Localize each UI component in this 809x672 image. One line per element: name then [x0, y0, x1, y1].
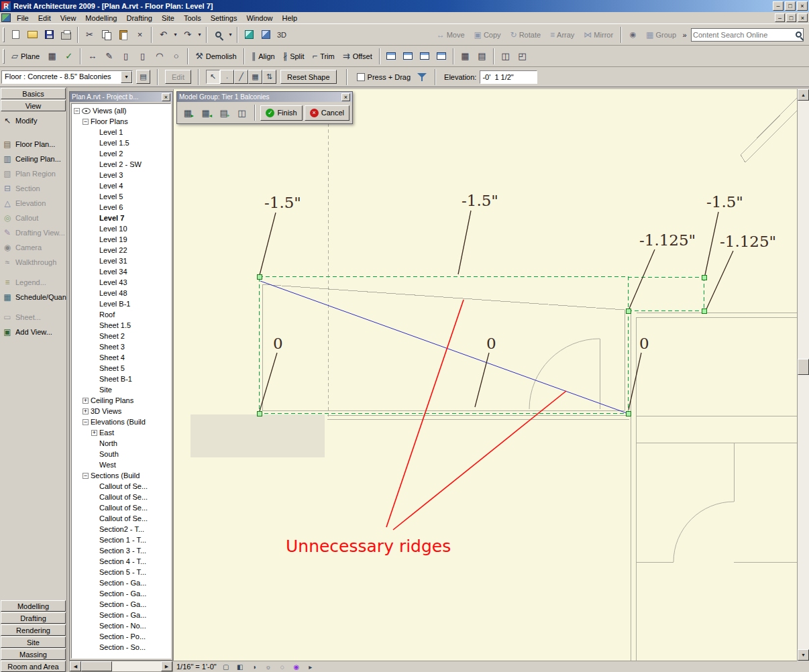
sidebar-item-sheet[interactable]: ▭Sheet...: [3, 310, 66, 325]
close-icon[interactable]: ×: [341, 93, 350, 101]
sidebar-item-camera[interactable]: ◉Camera: [3, 240, 66, 255]
expand-icon[interactable]: +: [91, 430, 97, 436]
sidebar-item-drafting-view[interactable]: ✎Drafting View...: [3, 225, 66, 240]
tree-item[interactable]: Level 3: [72, 170, 170, 180]
tree-item[interactable]: Sheet 2: [72, 331, 170, 341]
tree-item[interactable]: Level 22: [72, 245, 170, 256]
expand-icon[interactable]: +: [83, 408, 89, 414]
column-button[interactable]: ▯: [117, 48, 134, 64]
menu-item[interactable]: Settings: [206, 13, 242, 23]
model-group-titlebar[interactable]: Model Group: Tier 1 Balconies ×: [177, 92, 352, 102]
toolbar-overflow-chevron[interactable]: »: [681, 26, 688, 43]
tab-view[interactable]: View: [1, 100, 66, 111]
shape-handle[interactable]: [702, 275, 706, 280]
combo-dropdown-arrow[interactable]: ▾: [121, 71, 132, 83]
split-window-button[interactable]: ◫: [497, 48, 514, 64]
demolish-button[interactable]: ⚒ Demolish: [191, 49, 241, 63]
tree-item[interactable]: Callout of Se...: [72, 481, 170, 492]
add-point-button[interactable]: ∙: [220, 70, 234, 84]
edit-tool-button[interactable]: ▣ Copy: [474, 30, 501, 40]
copy-to-clipboard-button[interactable]: [98, 26, 115, 43]
tree-item[interactable]: +East: [72, 427, 170, 438]
sidebar-item-section[interactable]: ⊟Section: [3, 181, 66, 196]
column-structural-button[interactable]: ▯: [134, 48, 151, 64]
pin-button[interactable]: ◉: [625, 26, 641, 43]
mdi-minimize-button[interactable]: –: [775, 13, 785, 22]
scroll-right-arrow[interactable]: ▶: [161, 661, 172, 671]
undo-button[interactable]: ↶: [155, 26, 172, 43]
tree-item[interactable]: Level 43: [72, 277, 170, 288]
group-button[interactable]: ▦ Group: [646, 30, 676, 40]
elevation-annotation[interactable]: -1.5": [706, 193, 743, 211]
search-input[interactable]: [693, 31, 796, 39]
tree-item[interactable]: Level 10: [72, 223, 170, 234]
shape-handle[interactable]: [626, 411, 631, 416]
shape-handle[interactable]: [257, 274, 262, 279]
work-plane-button[interactable]: ▱ Plane: [7, 49, 44, 63]
expand-icon[interactable]: +: [83, 398, 89, 404]
tree-item[interactable]: Sheet 3: [72, 341, 170, 352]
collapse-icon[interactable]: −: [74, 108, 80, 114]
elevation-annotation[interactable]: -1.5": [264, 194, 301, 211]
elevation-annotation[interactable]: -1.125": [720, 233, 776, 250]
tree-item[interactable]: −Floor Plans: [72, 116, 170, 127]
edit-tool-button[interactable]: ⋈ Mirror: [584, 30, 613, 40]
paste-button[interactable]: [115, 26, 131, 43]
search-icon[interactable]: [796, 32, 802, 38]
scroll-up-arrow[interactable]: ▲: [798, 89, 809, 101]
edit-tool-button[interactable]: ↻ Rotate: [510, 30, 541, 40]
tree-item[interactable]: Level 2 - SW: [72, 159, 170, 170]
drawing-canvas[interactable]: -1.5"-1.5"-1.5"-1.125"-1.125"000Unnecess…: [173, 89, 797, 661]
sidebar-item-schedule[interactable]: ▦Schedule/Quan: [3, 290, 66, 304]
menu-item[interactable]: File: [12, 13, 34, 23]
tree-item[interactable]: Roof: [72, 309, 170, 320]
view-scale[interactable]: 1/16" = 1'-0": [176, 663, 217, 671]
grid-button[interactable]: ▦: [44, 48, 60, 64]
sidebar-item-legend[interactable]: ≡Legend...: [3, 275, 66, 290]
shape-tools-button[interactable]: ⇅: [262, 70, 276, 84]
toolbar-grip[interactable]: [3, 49, 5, 64]
tree-item[interactable]: Sheet 1.5: [72, 320, 170, 331]
dimension-button[interactable]: ↔: [84, 48, 101, 64]
scroll-left-arrow[interactable]: ◀: [70, 661, 81, 671]
tree-item[interactable]: Callout of Se...: [72, 492, 170, 502]
tree-item[interactable]: Level 6: [72, 202, 170, 213]
design-options-button[interactable]: ▤: [474, 48, 490, 64]
pick-supports-button[interactable]: ▦: [248, 70, 262, 84]
edit-button[interactable]: Edit: [165, 70, 191, 84]
design-bar-tab[interactable]: Drafting: [1, 612, 66, 624]
collapse-icon[interactable]: −: [83, 473, 89, 479]
design-bar-tab[interactable]: Site: [1, 636, 66, 648]
viewport-button[interactable]: ◰: [514, 48, 531, 64]
elevation-annotation[interactable]: 0: [273, 335, 283, 352]
project-browser-titlebar[interactable]: Plan A.rvt - Project b... ×: [70, 92, 172, 102]
tree-item[interactable]: Section - No...: [72, 620, 170, 631]
tree-item[interactable]: Section - Po...: [72, 631, 170, 642]
reveal-hidden-icon[interactable]: ◉: [292, 663, 301, 671]
sidebar-item-modify[interactable]: ↖Modify: [3, 113, 66, 128]
design-bar-tab[interactable]: Modelling: [1, 600, 66, 612]
sun-icon[interactable]: ☼: [264, 663, 273, 671]
remove-from-group-button[interactable]: ▦ ▸: [198, 105, 214, 121]
hide-icon[interactable]: ◌: [278, 663, 287, 671]
cut-button[interactable]: ✂: [81, 26, 98, 43]
menu-item[interactable]: Tools: [179, 13, 206, 23]
tree-item[interactable]: Sheet B-1: [72, 374, 170, 384]
sidebar-item-floor-plan[interactable]: ▤Floor Plan...: [3, 137, 66, 152]
tree-item[interactable]: Sheet 4: [72, 352, 170, 363]
tree-item[interactable]: Level 19: [72, 234, 170, 245]
tree-item[interactable]: +Ceiling Plans: [72, 395, 170, 406]
sidebar-item-elevation[interactable]: △Elevation: [3, 196, 66, 211]
tree-item[interactable]: Section - Ga...: [72, 577, 170, 588]
arc-button[interactable]: ◠: [151, 48, 168, 64]
tree-item[interactable]: Sheet 5: [72, 363, 170, 374]
sidebar-item-callout[interactable]: ◎Callout: [3, 211, 66, 225]
press-drag-checkbox[interactable]: [357, 73, 365, 81]
save-button[interactable]: [41, 26, 58, 43]
align-button[interactable]: ∥ Align: [248, 49, 279, 63]
tree-item[interactable]: Level 34: [72, 266, 170, 277]
sketch-button[interactable]: ✎: [101, 48, 117, 64]
sidebar-item-plan-region[interactable]: ▧Plan Region: [3, 166, 66, 181]
mdi-restore-button[interactable]: □: [786, 13, 796, 22]
edit-tool-button[interactable]: ≡ Array: [550, 30, 574, 40]
